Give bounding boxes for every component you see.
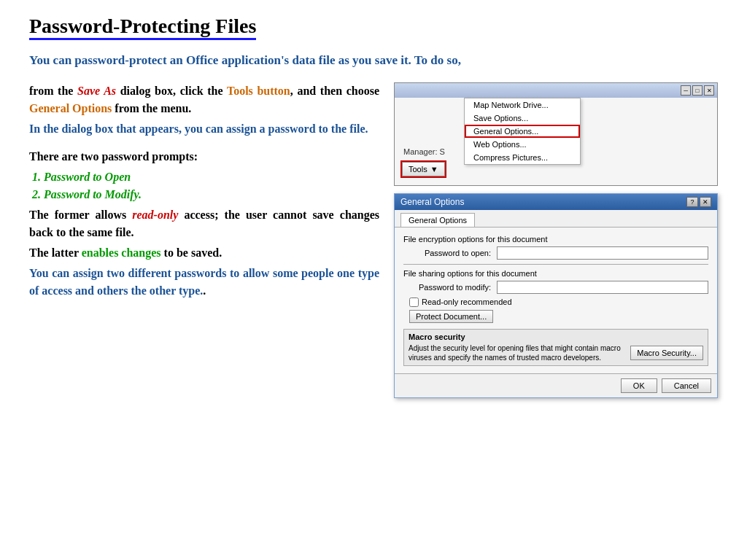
tab-general-options[interactable]: General Options xyxy=(400,213,475,227)
minimize-icon[interactable]: ─ xyxy=(681,85,691,96)
tools-menu-screenshot: ─ □ ✕ Manager: S Map Network Drive... Sa… xyxy=(394,82,718,186)
cancel-button[interactable]: Cancel xyxy=(662,378,711,393)
right-column: ─ □ ✕ Manager: S Map Network Drive... Sa… xyxy=(394,82,718,398)
macro-security-text: Adjust the security level for opening fi… xyxy=(409,343,624,362)
para4a: The latter xyxy=(29,246,82,259)
general-options-dialog: General Options ? ✕ General Options File… xyxy=(394,193,718,398)
macro-security-title: Macro security xyxy=(409,332,703,341)
menu-item-map[interactable]: Map Network Drive... xyxy=(465,98,580,112)
menu-item-general[interactable]: General Options... xyxy=(465,125,580,138)
file-encryption-section-title: File encryption options for this documen… xyxy=(403,235,708,244)
password-open-label: Password to open: xyxy=(403,249,491,257)
password-modify-row: Password to modify: xyxy=(403,281,708,294)
two-prompts-label: There are two password prompts: xyxy=(29,150,198,163)
page-title: Password-Protecting Files xyxy=(29,15,256,40)
read-only-text: read-only xyxy=(132,209,178,221)
maximize-icon[interactable]: □ xyxy=(692,85,703,96)
save-as-text: Save As xyxy=(77,85,116,97)
tools-text: Tools button xyxy=(227,85,290,97)
password-modify-input[interactable] xyxy=(497,281,708,294)
menu-item-compress[interactable]: Compress Pictures... xyxy=(465,151,580,164)
ok-button[interactable]: OK xyxy=(621,378,657,393)
dialog-divider-1 xyxy=(403,264,708,265)
prompt-1-item: Password to Open xyxy=(44,168,379,186)
macro-security-section: Macro security Adjust the security level… xyxy=(403,329,708,366)
macro-security-row: Adjust the security level for opening fi… xyxy=(409,343,703,362)
prompt-2-item: Password to Modify. xyxy=(44,186,379,203)
left-column: from the Save As dialog box, click the T… xyxy=(29,82,379,398)
file-sharing-section-title: File sharing options for this document xyxy=(403,269,708,278)
readonly-checkbox-row: Read-only recommended xyxy=(409,298,708,307)
paragraph-1: from the Save As dialog box, click the T… xyxy=(29,82,379,138)
tools-button[interactable]: Tools ▼ xyxy=(402,162,445,176)
close-icon[interactable]: ✕ xyxy=(704,85,714,96)
dropdown-menu: Map Network Drive... Save Options... Gen… xyxy=(464,98,581,165)
protect-document-button[interactable]: Protect Document... xyxy=(409,310,493,323)
main-content: from the Save As dialog box, click the T… xyxy=(29,82,718,398)
dialog-footer: OK Cancel xyxy=(395,373,717,397)
dialog-title-text: General Options xyxy=(400,197,464,207)
general-options-text: General Options xyxy=(29,102,112,114)
menu-item-web[interactable]: Web Options... xyxy=(465,138,580,151)
para4b: to be saved. xyxy=(161,246,222,259)
enables-changes-text: enables changes xyxy=(82,246,161,259)
dialog-title-buttons: ? ✕ xyxy=(686,197,711,207)
manager-label: Manager: S xyxy=(399,146,449,158)
dialog-close-icon[interactable]: ✕ xyxy=(700,197,711,207)
para3a: The former allows xyxy=(29,209,132,221)
password-open-row: Password to open: xyxy=(403,246,708,260)
prompts-list: Password to Open Password to Modify. xyxy=(44,168,379,203)
dialog-tabs: General Options xyxy=(395,210,717,228)
tools-dropdown-arrow: ▼ xyxy=(430,165,438,174)
window-title-bar: ─ □ ✕ xyxy=(395,83,717,98)
password-open-input[interactable] xyxy=(497,246,708,260)
readonly-checkbox[interactable] xyxy=(409,298,419,307)
dialog-body: File encryption options for this documen… xyxy=(395,228,717,373)
tools-button-label: Tools xyxy=(409,165,427,174)
menu-area: Manager: S Map Network Drive... Save Opt… xyxy=(395,98,717,185)
readonly-label: Read-only recommended xyxy=(422,298,512,306)
dialog-title-bar: General Options ? ✕ xyxy=(395,194,717,210)
macro-security-button[interactable]: Macro Security... xyxy=(630,346,703,360)
menu-item-save[interactable]: Save Options... xyxy=(465,112,580,125)
two-prompts-block: There are two password prompts: Password… xyxy=(29,148,379,300)
dialog-question-icon[interactable]: ? xyxy=(686,197,698,207)
password-modify-label: Password to modify: xyxy=(403,283,491,292)
intro-paragraph: You can password-protect an Office appli… xyxy=(29,52,718,69)
paragraph-2: In the dialog box that appears, you can … xyxy=(29,122,368,135)
